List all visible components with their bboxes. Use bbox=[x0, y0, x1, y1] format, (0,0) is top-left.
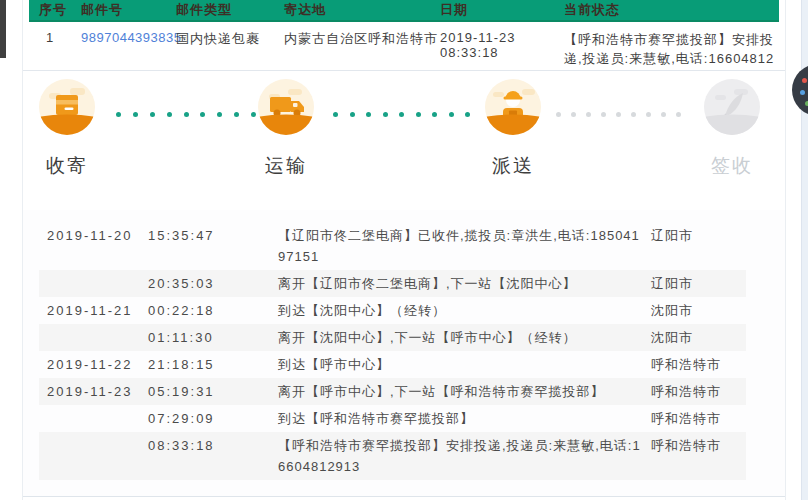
event-location: 沈阳市 bbox=[643, 327, 746, 348]
floating-widget-button[interactable] bbox=[792, 64, 808, 116]
event-location: 呼和浩特市 bbox=[643, 435, 746, 456]
event-row: 08:33:18 【呼和浩特市赛罕揽投部】安排投递,投递员:来慧敏,电话:166… bbox=[39, 432, 746, 480]
event-description: 离开【沈阳中心】,下一站【呼市中心】（经转） bbox=[278, 327, 643, 348]
event-date: 2019-11-22 bbox=[39, 354, 148, 375]
event-row: 2019-11-21 00:22:18 到达【沈阳中心】（经转） 沈阳市 bbox=[39, 297, 746, 324]
progress-tracker: 收寄 运输 bbox=[23, 70, 785, 193]
event-row: 07:29:09 到达【呼和浩特市赛罕揽投部】 呼和浩特市 bbox=[39, 405, 746, 432]
column-header-mail-type: 邮件类型 bbox=[176, 1, 284, 19]
event-location: 沈阳市 bbox=[643, 300, 746, 321]
event-description: 到达【呼市中心】 bbox=[278, 354, 643, 375]
event-description: 离开【呼市中心】,下一站【呼和浩特市赛罕揽投部】 bbox=[278, 381, 643, 402]
event-description: 离开【辽阳市佟二堡电商】,下一站【沈阳中心】 bbox=[278, 273, 643, 294]
event-row: 01:11:30 离开【沈阳中心】,下一站【呼市中心】（经转） 沈阳市 bbox=[39, 324, 746, 351]
event-time: 05:19:31 bbox=[148, 381, 278, 402]
step-label-transport: 运输 bbox=[265, 153, 307, 179]
event-location: 呼和浩特市 bbox=[643, 381, 746, 402]
event-time: 15:35:47 bbox=[148, 225, 278, 246]
summary-table-header: 序号 邮件号 邮件类型 寄达地 日期 当前状态 bbox=[29, 0, 779, 22]
signature-icon bbox=[704, 79, 760, 135]
event-time: 07:29:09 bbox=[148, 408, 278, 429]
widget-dot-red bbox=[802, 78, 807, 83]
column-header-date: 日期 bbox=[440, 1, 564, 19]
parcel-icon bbox=[39, 79, 95, 135]
truck-icon bbox=[258, 79, 314, 135]
mail-number-link[interactable]: 9897044393835 bbox=[81, 30, 182, 45]
step-delivery: 派送 bbox=[485, 79, 575, 135]
event-row: 2019-11-23 05:19:31 离开【呼市中心】,下一站【呼和浩特市赛罕… bbox=[39, 378, 746, 405]
step-label-delivery: 派送 bbox=[492, 153, 534, 179]
progress-dots-done bbox=[333, 112, 470, 117]
event-time: 20:35:03 bbox=[148, 273, 278, 294]
event-description: 到达【呼和浩特市赛罕揽投部】 bbox=[278, 408, 643, 429]
event-location: 辽阳市 bbox=[643, 225, 746, 246]
event-description: 【呼和浩特市赛罕揽投部】安排投递,投递员:来慧敏,电话:16604812913 bbox=[278, 435, 643, 477]
event-date: 2019-11-20 bbox=[39, 225, 148, 246]
event-location: 辽阳市 bbox=[643, 273, 746, 294]
event-description: 【辽阳市佟二堡电商】已收件,揽投员:章洪生,电话:18504197151 bbox=[278, 225, 643, 267]
event-row: 20:35:03 离开【辽阳市佟二堡电商】,下一站【沈阳中心】 辽阳市 bbox=[39, 270, 746, 297]
event-time: 00:22:18 bbox=[148, 300, 278, 321]
tracking-page: 序号 邮件号 邮件类型 寄达地 日期 当前状态 1 9897044393835 … bbox=[22, 0, 786, 500]
widget-dot-blue bbox=[800, 90, 805, 95]
event-row: 2019-11-22 21:18:15 到达【呼市中心】 呼和浩特市 bbox=[39, 351, 746, 378]
event-description: 到达【沈阳中心】（经转） bbox=[278, 300, 643, 321]
column-header-destination: 寄达地 bbox=[284, 1, 440, 19]
step-label-signed: 签收 bbox=[711, 153, 753, 179]
event-time: 01:11:30 bbox=[148, 327, 278, 348]
step-signed: 签收 bbox=[704, 79, 794, 135]
step-transport: 运输 bbox=[258, 79, 348, 135]
event-row: 2019-11-20 15:35:47 【辽阳市佟二堡电商】已收件,揽投员:章洪… bbox=[39, 222, 746, 270]
courier-icon bbox=[485, 79, 541, 135]
event-time: 21:18:15 bbox=[148, 354, 278, 375]
event-date: 2019-11-21 bbox=[39, 300, 148, 321]
progress-dots-done bbox=[116, 112, 256, 117]
event-date: 2019-11-23 bbox=[39, 381, 148, 402]
step-label-collected: 收寄 bbox=[46, 153, 88, 179]
window-edge bbox=[0, 0, 6, 58]
event-location: 呼和浩特市 bbox=[643, 354, 746, 375]
column-header-mail-no: 邮件号 bbox=[81, 1, 176, 19]
event-location: 呼和浩特市 bbox=[643, 408, 746, 429]
step-collected: 收寄 bbox=[39, 79, 129, 135]
column-header-index: 序号 bbox=[29, 1, 81, 19]
progress-dots-pending bbox=[556, 112, 681, 117]
event-time: 08:33:18 bbox=[148, 435, 278, 456]
column-header-status: 当前状态 bbox=[564, 1, 779, 19]
tracking-events-list: 2019-11-20 15:35:47 【辽阳市佟二堡电商】已收件,揽投员:章洪… bbox=[23, 210, 785, 497]
